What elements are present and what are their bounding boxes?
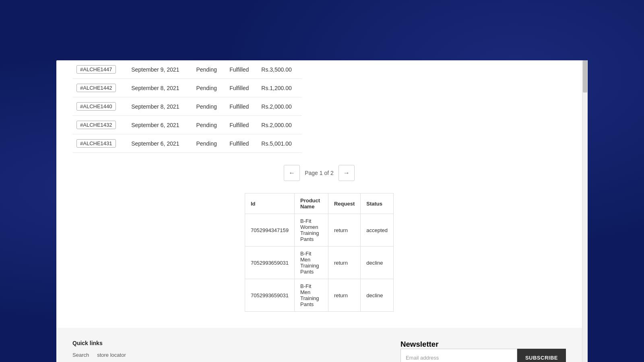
order-fulfillment-cell: Fulfilled <box>225 79 257 97</box>
next-page-button[interactable]: → <box>339 165 355 181</box>
order-id-cell[interactable]: #ALCHE1440 <box>72 97 127 116</box>
footer-link[interactable]: store locator <box>97 352 126 358</box>
order-row: #ALCHE1432 September 6, 2021 Pending Ful… <box>72 116 302 134</box>
order-id-badge[interactable]: #ALCHE1440 <box>76 102 116 111</box>
order-payment-cell: Pending <box>192 97 225 116</box>
subscribe-button[interactable]: SUBSCRIBE <box>517 349 566 362</box>
order-id-badge[interactable]: #ALCHE1447 <box>76 65 116 74</box>
order-id-cell[interactable]: #ALCHE1442 <box>72 79 127 97</box>
return-row: 7052993659031 B-Fit Men Training Pants r… <box>245 279 394 312</box>
prev-arrow-icon: ← <box>289 169 295 177</box>
return-id-cell: 7052993659031 <box>245 279 295 312</box>
returns-column-header: Id <box>245 193 295 214</box>
order-amount-cell: Rs.2,000.00 <box>257 116 302 134</box>
order-amount-cell: Rs.2,000.00 <box>257 97 302 116</box>
return-status-cell: accepted <box>361 214 394 247</box>
order-date-cell: September 6, 2021 <box>127 116 192 134</box>
scrollbar-track[interactable] <box>582 60 588 362</box>
footer: Quick links Searchstore locator Newslett… <box>56 328 582 362</box>
return-request-cell: return <box>328 279 360 312</box>
order-id-cell[interactable]: #ALCHE1447 <box>72 60 127 79</box>
order-fulfillment-cell: Fulfilled <box>225 134 257 153</box>
pagination: ← Page 1 of 2 → <box>72 153 566 193</box>
order-payment-cell: Pending <box>192 79 225 97</box>
footer-link[interactable]: Search <box>72 352 89 358</box>
order-payment-cell: Pending <box>192 116 225 134</box>
return-product-cell: B-Fit Men Training Pants <box>295 247 328 279</box>
order-fulfillment-cell: Fulfilled <box>225 97 257 116</box>
order-row: #ALCHE1431 September 6, 2021 Pending Ful… <box>72 134 302 153</box>
newsletter-title: Newsletter <box>400 340 566 349</box>
order-amount-cell: Rs.1,200.00 <box>257 79 302 97</box>
order-date-cell: September 6, 2021 <box>127 134 192 153</box>
order-amount-cell: Rs.3,500.00 <box>257 60 302 79</box>
return-status-cell: decline <box>361 279 394 312</box>
return-request-cell: return <box>328 247 360 279</box>
main-container: #ALCHE1447 September 9, 2021 Pending Ful… <box>56 60 588 362</box>
order-fulfillment-cell: Fulfilled <box>225 60 257 79</box>
newsletter-section: Newsletter SUBSCRIBE <box>400 340 566 362</box>
returns-column-header: Request <box>328 193 360 214</box>
returns-column-header: Product Name <box>295 193 328 214</box>
returns-section: IdProduct NameRequestStatus 705299434715… <box>72 193 566 328</box>
order-id-cell[interactable]: #ALCHE1432 <box>72 116 127 134</box>
scrollbar-thumb[interactable] <box>583 60 587 93</box>
order-row: #ALCHE1440 September 8, 2021 Pending Ful… <box>72 97 302 116</box>
return-product-cell: B-Fit Women Training Pants <box>295 214 328 247</box>
order-id-badge[interactable]: #ALCHE1432 <box>76 121 116 129</box>
return-row: 7052993659031 B-Fit Men Training Pants r… <box>245 247 394 279</box>
return-product-cell: B-Fit Men Training Pants <box>295 279 328 312</box>
order-date-cell: September 8, 2021 <box>127 97 192 116</box>
newsletter-form: SUBSCRIBE <box>400 349 566 362</box>
order-payment-cell: Pending <box>192 60 225 79</box>
returns-column-header: Status <box>361 193 394 214</box>
email-input[interactable] <box>400 349 517 362</box>
returns-table: IdProduct NameRequestStatus 705299434715… <box>245 193 394 312</box>
quick-links-section: Quick links Searchstore locator <box>72 340 126 358</box>
order-fulfillment-cell: Fulfilled <box>225 116 257 134</box>
order-id-badge[interactable]: #ALCHE1431 <box>76 139 116 148</box>
next-arrow-icon: → <box>343 169 350 177</box>
order-id-badge[interactable]: #ALCHE1442 <box>76 84 116 92</box>
prev-page-button[interactable]: ← <box>284 165 300 181</box>
content-area: #ALCHE1447 September 9, 2021 Pending Ful… <box>56 60 582 328</box>
return-status-cell: decline <box>361 247 394 279</box>
footer-links: Searchstore locator <box>72 352 126 358</box>
return-row: 7052994347159 B-Fit Women Training Pants… <box>245 214 394 247</box>
return-id-cell: 7052994347159 <box>245 214 295 247</box>
returns-header-row: IdProduct NameRequestStatus <box>245 193 394 214</box>
order-date-cell: September 8, 2021 <box>127 79 192 97</box>
order-amount-cell: Rs.5,001.00 <box>257 134 302 153</box>
order-payment-cell: Pending <box>192 134 225 153</box>
pagination-text: Page 1 of 2 <box>305 170 334 176</box>
order-id-cell[interactable]: #ALCHE1431 <box>72 134 127 153</box>
orders-table: #ALCHE1447 September 9, 2021 Pending Ful… <box>72 60 302 153</box>
order-row: #ALCHE1442 September 8, 2021 Pending Ful… <box>72 79 302 97</box>
order-row: #ALCHE1447 September 9, 2021 Pending Ful… <box>72 60 302 79</box>
return-request-cell: return <box>328 214 360 247</box>
quick-links-title: Quick links <box>72 340 126 346</box>
order-date-cell: September 9, 2021 <box>127 60 192 79</box>
return-id-cell: 7052993659031 <box>245 247 295 279</box>
